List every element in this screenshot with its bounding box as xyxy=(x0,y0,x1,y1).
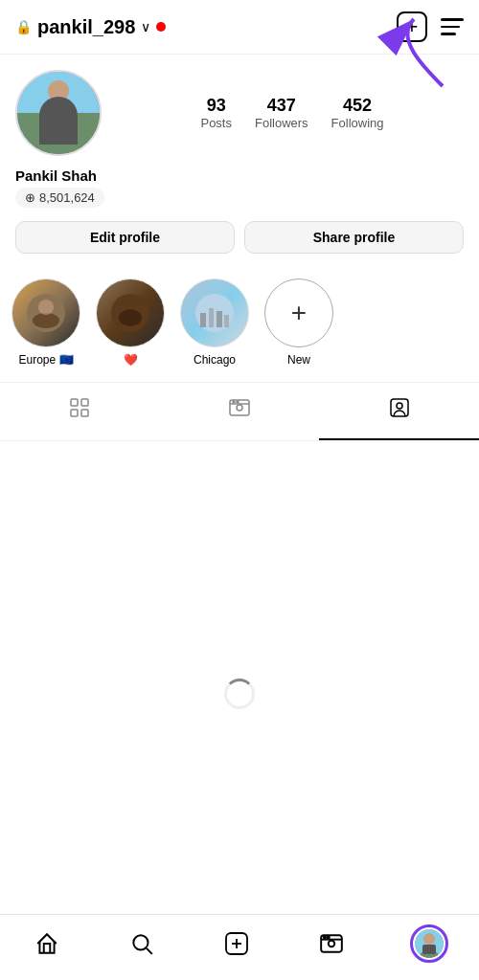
svg-point-16 xyxy=(237,405,242,411)
threads-badge[interactable]: ⊕ 8,501,624 xyxy=(15,188,104,208)
svg-rect-35 xyxy=(422,945,436,954)
highlight-chicago[interactable]: Chicago xyxy=(180,278,249,367)
following-label: Following xyxy=(331,116,384,130)
profile-info: Pankil Shah ⊕ 8,501,624 xyxy=(15,167,464,208)
reels-nav-icon xyxy=(319,931,344,956)
display-name: Pankil Shah xyxy=(15,167,464,184)
svg-point-21 xyxy=(397,403,402,409)
posts-count: 93 xyxy=(207,96,226,116)
avatar[interactable] xyxy=(15,70,102,156)
threads-icon: ⊕ xyxy=(25,190,35,205)
highlight-new-circle: + xyxy=(264,278,333,347)
nav-left: 🔒 pankil_298 ∨ xyxy=(15,16,166,38)
highlight-heart-label: ❤️ xyxy=(124,353,138,367)
svg-point-22 xyxy=(133,935,148,949)
hamburger-menu-button[interactable] xyxy=(441,18,464,35)
followers-stat[interactable]: 437 Followers xyxy=(255,96,308,130)
profile-stats: 93 Posts 437 Followers 452 Following xyxy=(121,96,464,130)
content-tabs xyxy=(0,382,479,441)
username-label: pankil_298 xyxy=(37,16,135,38)
online-dot-indicator xyxy=(156,22,166,32)
profile-section: 93 Posts 437 Followers 452 Following Pan… xyxy=(0,55,479,271)
profile-top-row: 93 Posts 437 Followers 452 Following xyxy=(15,70,464,156)
svg-point-30 xyxy=(324,936,326,938)
search-icon xyxy=(129,931,154,956)
svg-rect-14 xyxy=(81,410,88,416)
highlight-europe-label: Europe 🇪🇺 xyxy=(18,353,73,367)
following-count: 452 xyxy=(343,96,372,116)
chicago-thumbnail xyxy=(195,294,234,332)
posts-stat[interactable]: 93 Posts xyxy=(200,96,232,130)
tab-reels[interactable] xyxy=(160,383,320,440)
svg-point-31 xyxy=(328,936,330,938)
posts-label: Posts xyxy=(200,116,232,130)
profile-avatar-thumbnail xyxy=(415,929,444,958)
bottom-nav-profile[interactable] xyxy=(410,924,448,963)
svg-rect-8 xyxy=(209,308,214,327)
highlights-section: Europe 🇪🇺 ❤️ Chicago xyxy=(0,271,479,378)
bottom-navigation xyxy=(0,914,479,980)
svg-line-23 xyxy=(146,948,151,954)
profile-thumb-image xyxy=(415,929,444,958)
loading-spinner xyxy=(224,679,255,709)
followers-count: 437 xyxy=(267,96,296,116)
reels-icon xyxy=(228,396,251,425)
heart-thumbnail xyxy=(111,294,149,332)
svg-point-19 xyxy=(237,401,239,403)
highlight-chicago-label: Chicago xyxy=(194,353,236,367)
svg-point-5 xyxy=(119,309,142,326)
edit-profile-button[interactable]: Edit profile xyxy=(15,221,235,254)
highlight-europe[interactable]: Europe 🇪🇺 xyxy=(11,278,80,367)
tab-grid[interactable] xyxy=(0,383,160,440)
svg-rect-20 xyxy=(391,399,408,416)
highlights-row: Europe 🇪🇺 ❤️ Chicago xyxy=(11,278,468,367)
following-stat[interactable]: 452 Following xyxy=(331,96,384,130)
svg-rect-13 xyxy=(71,410,78,416)
followers-label: Followers xyxy=(255,116,308,130)
highlight-new-label: New xyxy=(287,353,310,367)
bottom-nav-home[interactable] xyxy=(31,927,63,960)
svg-rect-10 xyxy=(224,315,229,327)
tab-tagged[interactable] xyxy=(319,383,479,440)
lock-icon: 🔒 xyxy=(15,19,32,34)
share-profile-button[interactable]: Share profile xyxy=(244,221,464,254)
tagged-icon xyxy=(388,396,411,425)
svg-rect-7 xyxy=(200,313,206,327)
bottom-nav-create[interactable] xyxy=(219,926,254,961)
avatar-image xyxy=(15,70,102,156)
svg-point-28 xyxy=(329,941,335,947)
grid-icon xyxy=(68,396,91,425)
highlight-heart[interactable]: ❤️ xyxy=(96,278,165,367)
highlight-new[interactable]: + New xyxy=(264,278,333,367)
action-buttons: Edit profile Share profile xyxy=(15,221,464,263)
bottom-nav-reels[interactable] xyxy=(315,927,348,960)
svg-point-2 xyxy=(33,313,59,328)
bottom-nav-search[interactable] xyxy=(125,927,158,960)
svg-rect-12 xyxy=(81,399,88,406)
create-icon xyxy=(223,930,250,957)
highlight-chicago-circle xyxy=(180,278,249,347)
chevron-down-icon[interactable]: ∨ xyxy=(141,19,150,34)
content-area xyxy=(0,441,479,728)
highlight-heart-circle xyxy=(96,278,165,347)
svg-point-18 xyxy=(233,401,235,403)
nav-right: + xyxy=(397,11,464,42)
home-icon xyxy=(34,931,59,956)
highlight-europe-circle xyxy=(11,278,80,347)
svg-point-34 xyxy=(423,933,435,945)
threads-count: 8,501,624 xyxy=(39,190,95,205)
top-navigation: 🔒 pankil_298 ∨ + xyxy=(0,0,479,55)
svg-rect-9 xyxy=(217,311,222,327)
europe-thumbnail xyxy=(27,294,65,332)
svg-point-3 xyxy=(38,300,54,315)
add-content-button[interactable]: + xyxy=(397,11,427,42)
svg-rect-11 xyxy=(71,399,78,406)
plus-icon: + xyxy=(291,298,307,328)
